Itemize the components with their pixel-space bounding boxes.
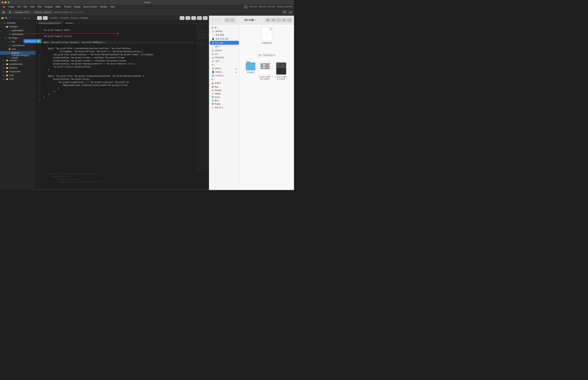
- finder-desktop[interactable]: 🖥 데스크탑: [210, 41, 239, 45]
- menu-find[interactable]: Find: [36, 5, 43, 8]
- device-selector[interactable]: iPod tou...neration): [34, 11, 52, 14]
- finder-apps[interactable]: 📱 응용 프로그램: [210, 37, 239, 41]
- folder-nav-btn[interactable]: 📁: [1, 17, 4, 19]
- finder-tag-green1[interactable]: 초록색: [210, 81, 239, 85]
- editor-toolbar: ◁ ▷ examples ❯ examples ❯ Dynamic ❯ Dyna…: [36, 16, 209, 20]
- scm-nav-btn[interactable]: ⎇: [8, 17, 12, 19]
- breakpoint-nav-btn[interactable]: ◉: [23, 17, 27, 19]
- tree-item-examples-folder[interactable]: ▼ 📁 examples: [0, 25, 36, 29]
- finder-tag-green2[interactable]: Green: [210, 95, 239, 99]
- nav-left-btn[interactable]: ◁: [180, 16, 184, 20]
- menu-editor[interactable]: Editor: [55, 5, 62, 8]
- file-name-label: loading.json: [262, 42, 272, 44]
- bc-examples2[interactable]: examples: [60, 17, 68, 19]
- finder-tag-blue[interactable]: Blue: [210, 99, 239, 102]
- tree-item-libraries[interactable]: ▶ 📁 Libraries: [0, 58, 36, 62]
- thumbnail-screenshot2[interactable]: ████████████████ ███ dark UI ████ ██████…: [274, 62, 288, 80]
- code-editor-content[interactable]: "kw-pink">import UIKit "kw-pink">import …: [42, 25, 195, 172]
- nav-right-btn[interactable]: ▷: [186, 16, 190, 20]
- menu-apple[interactable]: 🍎: [1, 5, 7, 8]
- bc-examples[interactable]: examples: [50, 17, 58, 19]
- docs-icon: 📄: [212, 46, 214, 48]
- thumbnail-screenshot1[interactable]: ████████████████ ████ code ██████ ██████…: [258, 62, 272, 80]
- search-finder-btn[interactable]: 🔍: [287, 18, 292, 22]
- finder-recent[interactable]: 🕐 최근 항목: [210, 33, 239, 37]
- tab-dynamic[interactable]: Dynamic ✕: [63, 21, 77, 25]
- eject-icon[interactable]: ⏏: [235, 68, 237, 70]
- issue-nav-btn[interactable]: ⚠: [12, 17, 15, 19]
- thumbnail-folder[interactable]: 무제 폴더: [246, 62, 255, 80]
- finder-all-tags[interactable]: 모든 태그...: [210, 106, 239, 110]
- stop-button[interactable]: ■: [7, 10, 12, 14]
- header-icon: h: [8, 55, 11, 58]
- finder-airdrop[interactable]: 📡 AirDrop: [210, 30, 239, 33]
- eject-android-icon[interactable]: ⏏: [235, 71, 237, 73]
- finder-vnc[interactable]: 🖥 VNC-V... ⏏: [210, 67, 239, 70]
- run-button[interactable]: ▶: [1, 10, 6, 14]
- menu-file[interactable]: File: [16, 5, 22, 8]
- rename-confirm-btn[interactable]: +: [37, 39, 40, 43]
- finder-tag-red[interactable]: Red: [210, 85, 239, 89]
- finder-tag-orange[interactable]: Orange: [210, 89, 239, 92]
- tree-item-main[interactable]: 🟠 main: [0, 47, 36, 51]
- tree-item-bridging-header[interactable]: h examples-Bridging-Header: [0, 55, 36, 58]
- tree-item-products[interactable]: ▶ 📁 Products: [0, 66, 36, 70]
- layout-toggle-btn[interactable]: ⊞: [282, 10, 287, 14]
- menu-source-control[interactable]: Source Control: [82, 5, 98, 8]
- action-btn[interactable]: •••: [282, 18, 286, 22]
- share-btn[interactable]: ↑: [276, 18, 281, 22]
- finder-icloud-drive[interactable]: ☁ iCloud Dri...: [210, 56, 239, 59]
- scheme-selector[interactable]: examples master: [14, 11, 31, 14]
- close-button[interactable]: [1, 1, 3, 3]
- info-btn[interactable]: ℹ: [203, 16, 208, 20]
- tree-item-examples-project[interactable]: ▼ ■ examples: [0, 21, 36, 25]
- finder-tag-purple[interactable]: Purple: [210, 102, 239, 106]
- finder-docs[interactable]: 📄 문서: [210, 45, 239, 49]
- minimize-button[interactable]: [4, 1, 6, 3]
- tree-item-frameworks[interactable]: ▶ 📁 Frameworks: [0, 70, 36, 74]
- finder-tag-yellow[interactable]: Yellow: [210, 92, 239, 95]
- finder-share[interactable]: 🔗 공유: [210, 59, 239, 63]
- menu-window[interactable]: Window: [99, 5, 109, 8]
- tree-item-pods[interactable]: ▶ 📁 Pods: [0, 74, 36, 77]
- bc-sep1: ❯: [58, 17, 60, 19]
- tree-item-launchscreen[interactable]: ✗ LaunchScreen: [0, 43, 36, 47]
- close-tab-icon[interactable]: ✕: [74, 22, 75, 24]
- layout-icon[interactable]: ⊡: [206, 190, 208, 190]
- maximize-button[interactable]: [7, 1, 10, 3]
- test-nav-btn[interactable]: ◇: [16, 17, 19, 19]
- inspector-toggle-btn[interactable]: ⊡: [288, 10, 293, 14]
- menu-navigate[interactable]: Navigate: [43, 5, 54, 8]
- tree-item-pods2[interactable]: ▶ 📁 Pods: [0, 77, 36, 81]
- menu-debug[interactable]: Debug: [73, 5, 81, 8]
- search-nav-btn[interactable]: 🔍: [5, 17, 8, 19]
- finder-back-btn[interactable]: ◁: [225, 18, 229, 22]
- finder-forward-btn[interactable]: ▷: [230, 18, 235, 22]
- report-nav-btn[interactable]: ☰: [27, 17, 30, 19]
- tree-item-appdelegate2[interactable]: m AppDelegate: [0, 32, 36, 36]
- finder-downloads[interactable]: ⬇ 다운로드: [210, 49, 239, 53]
- finder-network[interactable]: 🌐 네트워크: [210, 74, 239, 77]
- sort-btn[interactable]: ☰: [271, 18, 276, 22]
- menu-product[interactable]: Product: [63, 5, 73, 8]
- add-icon[interactable]: +: [1, 190, 3, 190]
- tree-item-examplestests[interactable]: ▶ 📁 examplesTests: [0, 62, 36, 66]
- finder-dot2: [214, 19, 217, 21]
- blame-btn[interactable]: ≡: [191, 16, 196, 20]
- back-btn[interactable]: ◁: [37, 16, 42, 20]
- menu-edit[interactable]: Edit: [22, 5, 28, 8]
- menu-help[interactable]: Help: [109, 5, 116, 8]
- tab-bridging-header[interactable]: examples-Bridging-Header: [37, 21, 63, 25]
- finder-toolbar: ◁ ▷ 데스크탑 ▼ ⊞ ☰ ↑ ••• 🔍: [209, 16, 294, 24]
- debug-nav-btn[interactable]: ≡: [20, 17, 23, 19]
- tree-item-appdelegate[interactable]: S AppDelegate: [0, 29, 36, 32]
- finder-android[interactable]: 📱 Androi... ⏏: [210, 70, 239, 74]
- bc-dynamic1[interactable]: Dynamic: [71, 17, 78, 19]
- menu-xcode[interactable]: Xcode: [7, 5, 16, 8]
- bc-dynamic2[interactable]: Dynamic: [81, 17, 88, 19]
- menu-view[interactable]: View: [29, 5, 36, 8]
- zoom-btn[interactable]: ⊡: [197, 16, 202, 20]
- forward-btn[interactable]: ▷: [43, 16, 48, 20]
- view-toggle-btn[interactable]: ⊞: [266, 18, 270, 22]
- datetime: 7월 9일 (토) 16:39:53: [276, 6, 293, 8]
